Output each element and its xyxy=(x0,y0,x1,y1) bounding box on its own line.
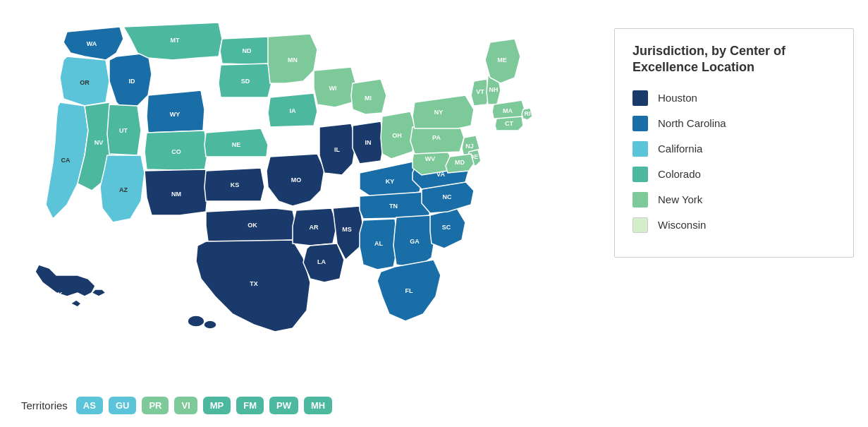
state-MI[interactable] xyxy=(351,79,386,114)
state-MD[interactable] xyxy=(446,154,474,173)
state-MN[interactable] xyxy=(268,34,317,83)
territory-MP[interactable]: MP xyxy=(203,397,231,414)
state-SD[interactable] xyxy=(219,64,271,97)
state-ME[interactable] xyxy=(485,39,520,83)
state-KS[interactable] xyxy=(204,168,264,201)
state-AZ[interactable] xyxy=(100,155,145,222)
state-SC[interactable] xyxy=(430,208,465,248)
svg-point-3 xyxy=(188,315,204,327)
state-WA[interactable] xyxy=(63,27,123,60)
svg-point-4 xyxy=(204,320,216,329)
map-area: AK HI WA OR CA NV ID MT xyxy=(0,0,600,427)
state-IA[interactable] xyxy=(268,93,317,127)
state-FL[interactable] xyxy=(377,260,441,321)
state-ID[interactable] xyxy=(109,53,152,109)
state-NE[interactable] xyxy=(204,128,268,157)
state-CO[interactable] xyxy=(145,131,208,171)
svg-marker-0 xyxy=(35,265,95,296)
territory-PW[interactable]: PW xyxy=(269,397,298,414)
legend-box: Jurisdiction, by Center of Excellence Lo… xyxy=(614,28,854,258)
main-container: AK HI WA OR CA NV ID MT xyxy=(0,0,868,427)
state-IN[interactable] xyxy=(353,121,384,164)
state-CT[interactable] xyxy=(495,116,523,131)
state-TX[interactable] xyxy=(196,240,310,332)
legend-label-co: Colorado xyxy=(658,168,701,180)
state-HI[interactable] xyxy=(188,315,216,329)
legend-swatch-wi xyxy=(632,217,648,233)
territory-FM[interactable]: FM xyxy=(236,397,264,414)
territory-VI[interactable]: VI xyxy=(174,397,197,414)
state-LA[interactable] xyxy=(303,243,344,282)
state-AK[interactable] xyxy=(35,265,106,307)
svg-marker-1 xyxy=(92,289,106,296)
svg-marker-2 xyxy=(71,300,81,307)
legend-item-wi: Wisconsin xyxy=(632,217,836,233)
state-ND[interactable] xyxy=(220,37,271,65)
state-WY[interactable] xyxy=(147,90,204,133)
legend-item-ca: California xyxy=(632,141,836,157)
legend-item-ny: New York xyxy=(632,192,836,208)
state-CA[interactable] xyxy=(46,102,88,219)
legend-item-co: Colorado xyxy=(632,167,836,182)
state-NY[interactable] xyxy=(412,95,474,128)
state-OK[interactable] xyxy=(206,208,296,241)
territory-GU[interactable]: GU xyxy=(109,397,137,414)
legend-label-houston: Houston xyxy=(658,92,697,104)
territory-PR[interactable]: PR xyxy=(142,397,169,414)
state-AR[interactable] xyxy=(293,208,337,246)
territories-label: Territories xyxy=(21,399,68,411)
state-WI[interactable] xyxy=(314,67,356,107)
state-RI[interactable] xyxy=(522,108,532,120)
legend-swatch-nc xyxy=(632,116,648,131)
legend-label-ca: California xyxy=(658,143,702,155)
legend-item-nc: North Carolina xyxy=(632,116,836,131)
us-map: AK HI WA OR CA NV ID MT xyxy=(0,0,578,367)
legend-swatch-houston xyxy=(632,90,648,106)
legend-item-houston: Houston xyxy=(632,90,836,106)
state-TN[interactable] xyxy=(360,192,432,219)
territories-section: Territories AS GU PR VI MP FM PW MH xyxy=(21,397,332,414)
label-HI: HI xyxy=(202,330,208,337)
state-OH[interactable] xyxy=(381,112,416,159)
legend-label-wi: Wisconsin xyxy=(658,219,706,231)
territory-AS[interactable]: AS xyxy=(76,397,103,414)
legend-label-ny: New York xyxy=(658,193,702,205)
state-UT[interactable] xyxy=(107,104,141,155)
legend-swatch-ny xyxy=(632,192,648,208)
legend-label-nc: North Carolina xyxy=(658,117,726,129)
legend-swatch-co xyxy=(632,167,648,182)
legend-swatch-ca xyxy=(632,141,648,157)
territory-MH[interactable]: MH xyxy=(304,397,332,414)
state-MO[interactable] xyxy=(267,154,324,206)
state-NM[interactable] xyxy=(145,169,208,215)
legend-area: Jurisdiction, by Center of Excellence Lo… xyxy=(600,0,868,427)
legend-title: Jurisdiction, by Center of Excellence Lo… xyxy=(632,43,836,76)
state-AL[interactable] xyxy=(360,219,398,270)
state-IL[interactable] xyxy=(319,124,356,175)
state-OR[interactable] xyxy=(60,56,109,106)
